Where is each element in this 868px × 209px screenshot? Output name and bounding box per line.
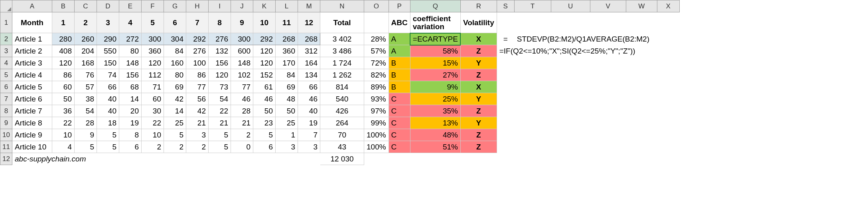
value-6-10[interactable]: 61 bbox=[253, 81, 276, 93]
value-5-9[interactable]: 102 bbox=[231, 69, 253, 81]
cell-U7[interactable] bbox=[551, 93, 590, 105]
abc-3[interactable]: A bbox=[389, 45, 410, 57]
value-9-7[interactable]: 21 bbox=[186, 117, 209, 129]
value-11-1[interactable]: 4 bbox=[52, 141, 75, 153]
value-3-8[interactable]: 132 bbox=[209, 45, 231, 57]
cell-S6[interactable] bbox=[497, 81, 514, 93]
spreadsheet[interactable]: ABCDEFGHIJKLMNOPQRSTUVWX1Month1234567891… bbox=[0, 0, 680, 165]
cell-T1[interactable] bbox=[514, 12, 551, 33]
cell-S5[interactable] bbox=[497, 69, 514, 81]
value-4-1[interactable]: 120 bbox=[52, 57, 75, 69]
col-header-F[interactable]: F bbox=[142, 0, 164, 12]
pct-7[interactable]: 93% bbox=[364, 93, 389, 105]
value-10-2[interactable]: 9 bbox=[75, 129, 97, 141]
vol-3[interactable]: Z bbox=[460, 45, 497, 57]
value-9-12[interactable]: 19 bbox=[298, 117, 320, 129]
article-name-3[interactable]: Article 2 bbox=[12, 45, 52, 57]
abc-2[interactable]: A bbox=[389, 33, 410, 45]
pct-10[interactable]: 100% bbox=[364, 129, 389, 141]
cell-W11[interactable] bbox=[626, 141, 657, 153]
cell-U6[interactable] bbox=[551, 81, 590, 93]
col-header-H[interactable]: H bbox=[186, 0, 209, 12]
cell-S10[interactable] bbox=[497, 129, 514, 141]
cell-S12[interactable] bbox=[497, 153, 514, 165]
article-name-9[interactable]: Article 8 bbox=[12, 117, 52, 129]
cell-W1[interactable] bbox=[626, 12, 657, 33]
row-header-3[interactable]: 3 bbox=[0, 45, 12, 57]
pct-6[interactable]: 89% bbox=[364, 81, 389, 93]
value-9-4[interactable]: 19 bbox=[119, 117, 142, 129]
value-10-5[interactable]: 10 bbox=[142, 129, 164, 141]
pct-5[interactable]: 82% bbox=[364, 69, 389, 81]
pct-4[interactable]: 72% bbox=[364, 57, 389, 69]
value-4-3[interactable]: 150 bbox=[97, 57, 119, 69]
total-4[interactable]: 1 724 bbox=[320, 57, 364, 69]
vol-6[interactable]: X bbox=[460, 81, 497, 93]
cv-8[interactable]: 35% bbox=[410, 105, 460, 117]
value-4-12[interactable]: 164 bbox=[298, 57, 320, 69]
cell-T10[interactable] bbox=[514, 129, 551, 141]
cell-W9[interactable] bbox=[626, 117, 657, 129]
cell-X7[interactable] bbox=[657, 93, 679, 105]
value-2-6[interactable]: 304 bbox=[164, 33, 186, 45]
value-2-1[interactable]: 280 bbox=[52, 33, 75, 45]
value-7-9[interactable]: 46 bbox=[231, 93, 253, 105]
value-10-7[interactable]: 3 bbox=[186, 129, 209, 141]
cell-W7[interactable] bbox=[626, 93, 657, 105]
header-month-2[interactable]: 2 bbox=[75, 12, 97, 33]
cell-V9[interactable] bbox=[590, 117, 626, 129]
value-2-3[interactable]: 290 bbox=[97, 33, 119, 45]
cell-W6[interactable] bbox=[626, 81, 657, 93]
abc-11[interactable]: C bbox=[389, 141, 410, 153]
value-5-8[interactable]: 120 bbox=[209, 69, 231, 81]
value-5-3[interactable]: 74 bbox=[97, 69, 119, 81]
cell-S7[interactable] bbox=[497, 93, 514, 105]
value-11-12[interactable]: 3 bbox=[298, 141, 320, 153]
value-5-4[interactable]: 156 bbox=[119, 69, 142, 81]
pct-3[interactable]: 57% bbox=[364, 45, 389, 57]
abc-4[interactable]: B bbox=[389, 57, 410, 69]
cell-V4[interactable] bbox=[590, 57, 626, 69]
total-10[interactable]: 70 bbox=[320, 129, 364, 141]
header-month-12[interactable]: 12 bbox=[298, 12, 320, 33]
col-header-D[interactable]: D bbox=[97, 0, 119, 12]
cell-W5[interactable] bbox=[626, 69, 657, 81]
cv-11[interactable]: 51% bbox=[410, 141, 460, 153]
value-10-10[interactable]: 5 bbox=[253, 129, 276, 141]
col-header-U[interactable]: U bbox=[551, 0, 590, 12]
value-11-8[interactable]: 5 bbox=[209, 141, 231, 153]
cv-2[interactable]: =ECARTYPE bbox=[410, 33, 460, 45]
value-11-5[interactable]: 2 bbox=[142, 141, 164, 153]
cell-S1[interactable] bbox=[497, 12, 514, 33]
col-header-M[interactable]: M bbox=[298, 0, 320, 12]
value-7-3[interactable]: 40 bbox=[97, 93, 119, 105]
value-11-6[interactable]: 2 bbox=[164, 141, 186, 153]
value-2-8[interactable]: 276 bbox=[209, 33, 231, 45]
cell-S11[interactable] bbox=[497, 141, 514, 153]
value-4-2[interactable]: 168 bbox=[75, 57, 97, 69]
value-4-7[interactable]: 100 bbox=[186, 57, 209, 69]
value-4-8[interactable]: 156 bbox=[209, 57, 231, 69]
vol-11[interactable]: Z bbox=[460, 141, 497, 153]
cell-S4[interactable] bbox=[497, 57, 514, 69]
value-6-6[interactable]: 69 bbox=[164, 81, 186, 93]
abc-9[interactable]: C bbox=[389, 117, 410, 129]
cell-O1[interactable] bbox=[364, 12, 389, 33]
value-9-11[interactable]: 25 bbox=[276, 117, 298, 129]
value-7-12[interactable]: 46 bbox=[298, 93, 320, 105]
vol-4[interactable]: Y bbox=[460, 57, 497, 69]
value-4-10[interactable]: 120 bbox=[253, 57, 276, 69]
value-4-11[interactable]: 170 bbox=[276, 57, 298, 69]
cv-10[interactable]: 48% bbox=[410, 129, 460, 141]
cell-T4[interactable] bbox=[514, 57, 551, 69]
cell-T7[interactable] bbox=[514, 93, 551, 105]
value-6-9[interactable]: 77 bbox=[231, 81, 253, 93]
total-3[interactable]: 3 486 bbox=[320, 45, 364, 57]
row-header-1[interactable]: 1 bbox=[0, 12, 12, 33]
cell-X5[interactable] bbox=[657, 69, 679, 81]
cv-6[interactable]: 9% bbox=[410, 81, 460, 93]
article-name-5[interactable]: Article 4 bbox=[12, 69, 52, 81]
value-6-2[interactable]: 57 bbox=[75, 81, 97, 93]
col-header-N[interactable]: N bbox=[320, 0, 364, 12]
cell-W8[interactable] bbox=[626, 105, 657, 117]
